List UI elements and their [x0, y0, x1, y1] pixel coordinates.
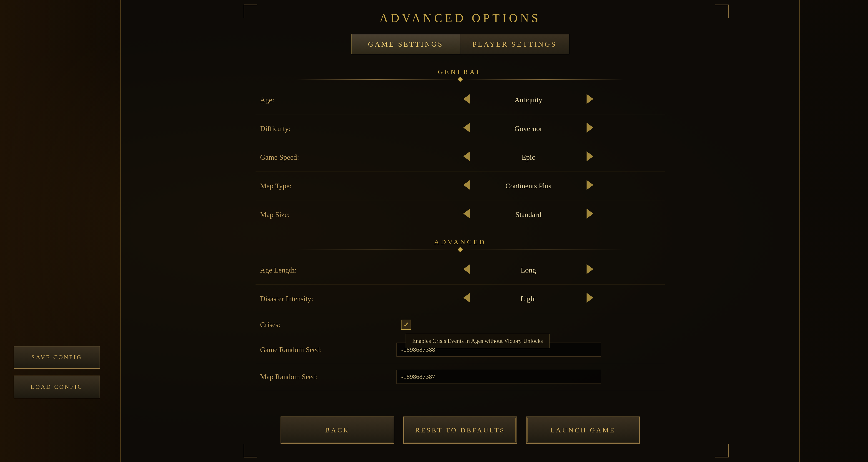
game-speed-arrow-left[interactable]: [460, 149, 474, 165]
advanced-header-text: ADVANCED: [255, 238, 665, 246]
save-config-button[interactable]: SAVE CONFIG: [13, 346, 100, 369]
map-type-left-icon: [463, 182, 470, 192]
map-size-label: Map Size:: [255, 210, 392, 219]
tabs-container: GAME SETTINGS PLAYER SETTINGS: [351, 34, 569, 54]
difficulty-right-icon: [587, 124, 593, 135]
age-arrow-left[interactable]: [460, 92, 474, 108]
corner-br: [715, 444, 729, 458]
adv-divider-diamond: [458, 247, 463, 252]
launch-game-button[interactable]: LAUNCH GAME: [526, 416, 640, 444]
map-type-value: Continents Plus: [483, 182, 574, 190]
advanced-section-header: ADVANCED: [255, 238, 665, 251]
map-size-arrow-left[interactable]: [460, 207, 474, 223]
tab-game-settings[interactable]: GAME SETTINGS: [351, 34, 460, 54]
main-panel: ADVANCED OPTIONS GAME SETTINGS PLAYER SE…: [121, 0, 800, 462]
age-control: Antiquity: [392, 92, 665, 108]
game-speed-label: Game Speed:: [255, 153, 392, 162]
disaster-intensity-value: Light: [483, 295, 574, 303]
advanced-divider: [255, 248, 665, 251]
difficulty-control: Governor: [392, 121, 665, 137]
sidebar-buttons-container: SAVE CONFIG LOAD CONFIG: [13, 346, 100, 398]
setting-row-age: Age: Antiquity: [255, 86, 665, 114]
age-label: Age:: [255, 96, 392, 104]
age-length-left-icon: [463, 266, 470, 276]
general-header-text: GENERAL: [255, 68, 665, 76]
crises-checkbox-container: [392, 320, 411, 329]
age-length-arrow-right[interactable]: [583, 262, 597, 278]
age-length-value: Long: [483, 266, 574, 275]
map-size-value: Standard: [483, 210, 574, 219]
general-section-header: GENERAL: [255, 68, 665, 81]
map-type-control: Continents Plus: [392, 178, 665, 194]
corner-bl: [244, 444, 257, 458]
game-speed-left-icon: [463, 153, 470, 163]
general-divider: [255, 78, 665, 81]
difficulty-value: Governor: [483, 124, 574, 133]
crises-tooltip: Enables Crisis Events in Ages without Vi…: [406, 334, 550, 348]
map-size-right-icon: [587, 210, 593, 221]
age-length-label: Age Length:: [255, 266, 392, 275]
disaster-intensity-arrow-right[interactable]: [583, 291, 597, 307]
age-left-icon: [463, 96, 470, 106]
age-length-control: Long: [392, 262, 665, 278]
disaster-left-icon: [463, 295, 470, 305]
disaster-right-icon: [587, 295, 593, 305]
map-size-control: Standard: [392, 207, 665, 223]
setting-row-crises: Crises: Enables Crisis Events in Ages wi…: [255, 313, 665, 336]
difficulty-arrow-left[interactable]: [460, 121, 474, 137]
map-seed-input-container: [392, 370, 665, 384]
left-sidebar: SAVE CONFIG LOAD CONFIG: [0, 0, 121, 462]
settings-content: GENERAL Age: Antiquity Difficulty: Gover…: [255, 61, 665, 462]
game-seed-label: Game Random Seed:: [255, 346, 392, 354]
divider-line-left: [297, 79, 456, 80]
crises-checkbox[interactable]: [401, 320, 411, 329]
adv-divider-line-right: [464, 250, 623, 250]
difficulty-label: Difficulty:: [255, 124, 392, 133]
age-value: Antiquity: [483, 96, 574, 104]
map-type-right-icon: [587, 182, 593, 192]
divider-line-right: [464, 79, 623, 80]
age-length-right-icon: [587, 266, 593, 276]
age-arrow-right[interactable]: [583, 92, 597, 108]
game-speed-value: Epic: [483, 153, 574, 162]
load-config-button[interactable]: LOAD CONFIG: [13, 376, 100, 398]
crises-label: Crises:: [255, 320, 392, 329]
setting-row-map-seed: Map Random Seed:: [255, 363, 665, 391]
tab-player-settings[interactable]: PLAYER SETTINGS: [460, 34, 569, 54]
reset-to-defaults-button[interactable]: RESET TO DEFAULTS: [403, 416, 517, 444]
bottom-buttons-container: BACK RESET TO DEFAULTS LAUNCH GAME: [121, 416, 800, 444]
adv-divider-line-left: [297, 250, 456, 250]
setting-row-disaster-intensity: Disaster Intensity: Light: [255, 285, 665, 313]
back-button[interactable]: BACK: [281, 416, 394, 444]
map-type-arrow-left[interactable]: [460, 178, 474, 194]
game-speed-right-icon: [587, 153, 593, 163]
setting-row-map-size: Map Size: Standard: [255, 200, 665, 229]
map-type-arrow-right[interactable]: [583, 178, 597, 194]
disaster-intensity-arrow-left[interactable]: [460, 291, 474, 307]
map-seed-input[interactable]: [397, 370, 601, 384]
corner-tr: [715, 4, 729, 18]
map-size-left-icon: [463, 210, 470, 221]
difficulty-arrow-right[interactable]: [583, 121, 597, 137]
age-right-icon: [587, 96, 593, 106]
setting-row-game-speed: Game Speed: Epic: [255, 143, 665, 172]
disaster-intensity-label: Disaster Intensity:: [255, 295, 392, 303]
corner-tl: [244, 4, 257, 18]
game-speed-arrow-right[interactable]: [583, 149, 597, 165]
map-type-label: Map Type:: [255, 182, 392, 190]
map-size-arrow-right[interactable]: [583, 207, 597, 223]
setting-row-difficulty: Difficulty: Governor: [255, 114, 665, 143]
difficulty-left-icon: [463, 124, 470, 135]
disaster-intensity-control: Light: [392, 291, 665, 307]
divider-diamond: [458, 77, 463, 82]
page-title: ADVANCED OPTIONS: [379, 11, 541, 25]
game-speed-control: Epic: [392, 149, 665, 165]
age-length-arrow-left[interactable]: [460, 262, 474, 278]
map-seed-label: Map Random Seed:: [255, 373, 392, 381]
setting-row-age-length: Age Length: Long: [255, 256, 665, 285]
setting-row-map-type: Map Type: Continents Plus: [255, 172, 665, 200]
